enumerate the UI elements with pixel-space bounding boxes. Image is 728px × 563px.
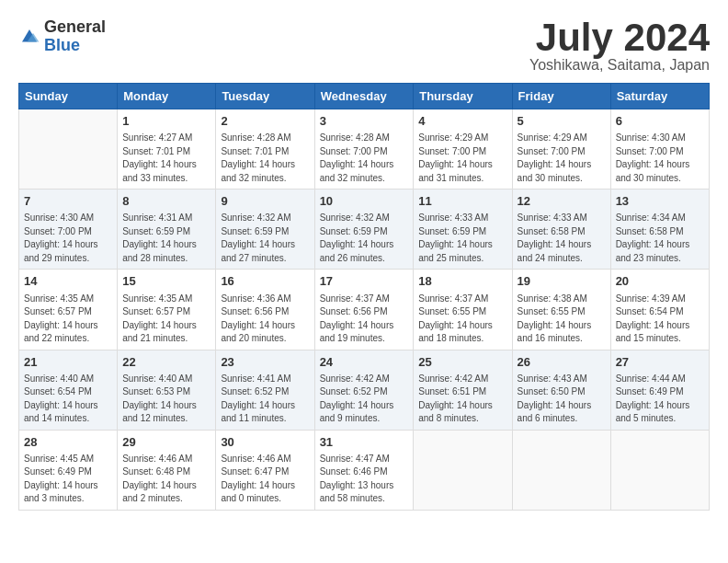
calendar-day-cell [512,430,610,510]
calendar-week-row: 14Sunrise: 4:35 AM Sunset: 6:57 PM Dayli… [19,270,710,350]
day-info: Sunrise: 4:30 AM Sunset: 7:00 PM Dayligh… [24,212,112,265]
logo-icon [18,26,40,48]
calendar-day-cell: 22Sunrise: 4:40 AM Sunset: 6:53 PM Dayli… [118,350,216,430]
calendar-day-cell: 30Sunrise: 4:46 AM Sunset: 6:47 PM Dayli… [216,430,314,510]
calendar-table: SundayMondayTuesdayWednesdayThursdayFrid… [18,83,710,511]
calendar-day-cell: 26Sunrise: 4:43 AM Sunset: 6:50 PM Dayli… [512,350,610,430]
calendar-day-cell: 28Sunrise: 4:45 AM Sunset: 6:49 PM Dayli… [19,430,118,510]
day-info: Sunrise: 4:46 AM Sunset: 6:47 PM Dayligh… [221,453,309,506]
calendar-day-cell: 11Sunrise: 4:33 AM Sunset: 6:59 PM Dayli… [414,190,512,270]
day-number: 14 [24,273,112,290]
day-number: 23 [221,354,309,371]
day-info: Sunrise: 4:33 AM Sunset: 6:59 PM Dayligh… [418,212,506,265]
calendar-day-cell: 18Sunrise: 4:37 AM Sunset: 6:55 PM Dayli… [414,270,512,350]
day-number: 7 [24,193,112,210]
day-info: Sunrise: 4:37 AM Sunset: 6:55 PM Dayligh… [418,293,506,346]
logo: General Blue [18,18,106,55]
calendar-day-cell [610,430,709,510]
day-number: 28 [24,434,112,451]
weekday-header-saturday: Saturday [610,84,709,109]
day-info: Sunrise: 4:34 AM Sunset: 6:58 PM Dayligh… [616,212,704,265]
day-number: 26 [518,354,606,371]
logo-text: General Blue [44,18,106,55]
day-number: 2 [221,113,309,130]
day-number: 17 [320,273,409,290]
calendar-day-cell: 20Sunrise: 4:39 AM Sunset: 6:54 PM Dayli… [610,270,709,350]
day-number: 8 [122,193,210,210]
weekday-header-tuesday: Tuesday [216,84,314,109]
day-number: 20 [616,273,704,290]
day-number: 31 [320,434,409,451]
day-info: Sunrise: 4:31 AM Sunset: 6:59 PM Dayligh… [122,212,210,265]
calendar-location: Yoshikawa, Saitama, Japan [529,57,710,74]
page-header: General Blue July 2024 Yoshikawa, Saitam… [18,18,710,74]
day-info: Sunrise: 4:27 AM Sunset: 7:01 PM Dayligh… [122,132,210,185]
calendar-day-cell: 31Sunrise: 4:47 AM Sunset: 6:46 PM Dayli… [314,430,414,510]
weekday-header-monday: Monday [118,84,216,109]
day-info: Sunrise: 4:46 AM Sunset: 6:48 PM Dayligh… [122,453,210,506]
day-info: Sunrise: 4:41 AM Sunset: 6:52 PM Dayligh… [221,373,309,426]
weekday-header-row: SundayMondayTuesdayWednesdayThursdayFrid… [19,84,710,109]
day-number: 21 [24,354,112,371]
day-info: Sunrise: 4:42 AM Sunset: 6:51 PM Dayligh… [418,373,506,426]
day-number: 9 [221,193,309,210]
calendar-day-cell [414,430,512,510]
day-info: Sunrise: 4:28 AM Sunset: 7:00 PM Dayligh… [320,132,409,185]
calendar-day-cell [19,109,118,190]
day-info: Sunrise: 4:37 AM Sunset: 6:56 PM Dayligh… [320,293,409,346]
calendar-day-cell: 24Sunrise: 4:42 AM Sunset: 6:52 PM Dayli… [314,350,414,430]
title-block: July 2024 Yoshikawa, Saitama, Japan [529,18,710,74]
calendar-week-row: 7Sunrise: 4:30 AM Sunset: 7:00 PM Daylig… [19,190,710,270]
day-number: 24 [320,354,409,371]
day-info: Sunrise: 4:43 AM Sunset: 6:50 PM Dayligh… [518,373,606,426]
calendar-week-row: 28Sunrise: 4:45 AM Sunset: 6:49 PM Dayli… [19,430,710,510]
calendar-day-cell: 25Sunrise: 4:42 AM Sunset: 6:51 PM Dayli… [414,350,512,430]
day-number: 13 [616,193,704,210]
calendar-day-cell: 14Sunrise: 4:35 AM Sunset: 6:57 PM Dayli… [19,270,118,350]
calendar-day-cell: 3Sunrise: 4:28 AM Sunset: 7:00 PM Daylig… [314,109,414,190]
weekday-header-wednesday: Wednesday [314,84,414,109]
calendar-day-cell: 21Sunrise: 4:40 AM Sunset: 6:54 PM Dayli… [19,350,118,430]
calendar-day-cell: 6Sunrise: 4:30 AM Sunset: 7:00 PM Daylig… [610,109,709,190]
day-info: Sunrise: 4:45 AM Sunset: 6:49 PM Dayligh… [24,453,112,506]
day-number: 18 [418,273,506,290]
day-info: Sunrise: 4:36 AM Sunset: 6:56 PM Dayligh… [221,293,309,346]
weekday-header-thursday: Thursday [414,84,512,109]
calendar-day-cell: 2Sunrise: 4:28 AM Sunset: 7:01 PM Daylig… [216,109,314,190]
day-number: 3 [320,113,409,130]
calendar-day-cell: 1Sunrise: 4:27 AM Sunset: 7:01 PM Daylig… [118,109,216,190]
calendar-day-cell: 7Sunrise: 4:30 AM Sunset: 7:00 PM Daylig… [19,190,118,270]
calendar-day-cell: 13Sunrise: 4:34 AM Sunset: 6:58 PM Dayli… [610,190,709,270]
day-number: 22 [122,354,210,371]
day-info: Sunrise: 4:32 AM Sunset: 6:59 PM Dayligh… [320,212,409,265]
day-number: 15 [122,273,210,290]
day-number: 29 [122,434,210,451]
calendar-day-cell: 5Sunrise: 4:29 AM Sunset: 7:00 PM Daylig… [512,109,610,190]
logo-blue-text: Blue [44,37,106,55]
calendar-title: July 2024 [529,18,710,57]
calendar-day-cell: 10Sunrise: 4:32 AM Sunset: 6:59 PM Dayli… [314,190,414,270]
calendar-week-row: 1Sunrise: 4:27 AM Sunset: 7:01 PM Daylig… [19,109,710,190]
day-info: Sunrise: 4:42 AM Sunset: 6:52 PM Dayligh… [320,373,409,426]
day-number: 27 [616,354,704,371]
calendar-day-cell: 19Sunrise: 4:38 AM Sunset: 6:55 PM Dayli… [512,270,610,350]
day-info: Sunrise: 4:32 AM Sunset: 6:59 PM Dayligh… [221,212,309,265]
day-number: 1 [122,113,210,130]
day-info: Sunrise: 4:35 AM Sunset: 6:57 PM Dayligh… [24,293,112,346]
day-number: 16 [221,273,309,290]
day-info: Sunrise: 4:47 AM Sunset: 6:46 PM Dayligh… [320,453,409,506]
calendar-day-cell: 27Sunrise: 4:44 AM Sunset: 6:49 PM Dayli… [610,350,709,430]
day-number: 12 [518,193,606,210]
day-info: Sunrise: 4:40 AM Sunset: 6:53 PM Dayligh… [122,373,210,426]
day-number: 19 [518,273,606,290]
day-info: Sunrise: 4:44 AM Sunset: 6:49 PM Dayligh… [616,373,704,426]
day-info: Sunrise: 4:39 AM Sunset: 6:54 PM Dayligh… [616,293,704,346]
calendar-day-cell: 17Sunrise: 4:37 AM Sunset: 6:56 PM Dayli… [314,270,414,350]
weekday-header-friday: Friday [512,84,610,109]
calendar-day-cell: 4Sunrise: 4:29 AM Sunset: 7:00 PM Daylig… [414,109,512,190]
calendar-day-cell: 15Sunrise: 4:35 AM Sunset: 6:57 PM Dayli… [118,270,216,350]
day-info: Sunrise: 4:30 AM Sunset: 7:00 PM Dayligh… [616,132,704,185]
calendar-day-cell: 23Sunrise: 4:41 AM Sunset: 6:52 PM Dayli… [216,350,314,430]
weekday-header-sunday: Sunday [19,84,118,109]
calendar-day-cell: 16Sunrise: 4:36 AM Sunset: 6:56 PM Dayli… [216,270,314,350]
